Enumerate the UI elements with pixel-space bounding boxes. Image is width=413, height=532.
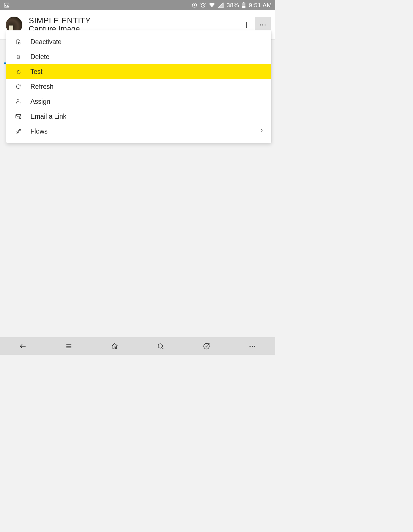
task-arrow-icon xyxy=(203,343,210,350)
android-status-bar: 38% 9:51 AM xyxy=(0,0,275,10)
svg-rect-13 xyxy=(16,132,17,133)
menu-item-label: Deactivate xyxy=(30,38,264,46)
data-saver-icon xyxy=(192,2,197,8)
menu-item-delete[interactable]: Delete xyxy=(6,49,271,64)
svg-rect-14 xyxy=(19,129,21,131)
arrow-left-icon xyxy=(19,342,27,350)
deactivate-icon xyxy=(15,38,22,45)
svg-point-8 xyxy=(264,24,266,26)
nav-menu-button[interactable] xyxy=(46,337,92,355)
clock-time: 9:51 AM xyxy=(249,2,272,9)
svg-rect-5 xyxy=(242,6,246,8)
bottom-nav xyxy=(0,337,275,355)
refresh-icon xyxy=(15,83,22,90)
battery-icon xyxy=(242,2,246,8)
nav-search-button[interactable] xyxy=(138,337,184,355)
menu-item-flows[interactable]: Flows xyxy=(6,124,271,139)
picture-notification-icon xyxy=(3,2,10,8)
menu-item-deactivate[interactable]: Deactivate xyxy=(6,34,271,49)
svg-point-19 xyxy=(254,345,255,347)
nav-task-button[interactable] xyxy=(184,337,229,355)
menu-item-label: Delete xyxy=(30,53,264,61)
battery-percent: 38% xyxy=(227,2,239,9)
menu-item-email-link[interactable]: Email a Link xyxy=(6,109,271,124)
search-icon xyxy=(157,343,164,350)
home-icon xyxy=(111,343,118,350)
svg-point-6 xyxy=(260,24,261,26)
mail-link-icon xyxy=(15,113,22,120)
menu-item-label: Flows xyxy=(30,128,259,135)
assign-icon xyxy=(15,98,22,105)
chevron-right-icon xyxy=(259,127,264,135)
plus-icon xyxy=(242,21,251,29)
puzzle-icon xyxy=(15,68,22,75)
tab-indicator xyxy=(4,62,6,64)
hamburger-icon xyxy=(65,343,73,350)
menu-item-label: Assign xyxy=(30,98,264,105)
menu-item-test[interactable]: Test xyxy=(6,64,271,79)
svg-point-10 xyxy=(17,99,19,101)
trash-icon xyxy=(15,53,22,60)
wifi-icon xyxy=(209,2,215,8)
svg-point-7 xyxy=(262,24,263,26)
svg-rect-3 xyxy=(243,2,244,3)
svg-point-17 xyxy=(250,345,251,347)
more-horizontal-icon xyxy=(259,21,267,29)
more-horizontal-icon xyxy=(248,342,256,350)
nav-back-button[interactable] xyxy=(0,337,46,355)
flow-icon xyxy=(15,128,22,135)
menu-item-refresh[interactable]: Refresh xyxy=(6,79,271,94)
menu-item-label: Email a Link xyxy=(30,113,264,120)
menu-item-label: Test xyxy=(30,68,264,76)
nav-home-button[interactable] xyxy=(92,337,138,355)
nav-more-button[interactable] xyxy=(229,337,275,355)
entity-name: SIMPLE ENTITY xyxy=(29,16,239,25)
cell-signal-icon xyxy=(218,2,224,8)
menu-item-label: Refresh xyxy=(30,83,264,91)
svg-point-15 xyxy=(158,344,162,348)
svg-point-18 xyxy=(252,345,253,347)
alarm-icon xyxy=(200,2,206,8)
menu-item-assign[interactable]: Assign xyxy=(6,94,271,109)
overflow-menu: Deactivate Delete Test Refresh Assign Em… xyxy=(6,30,271,143)
